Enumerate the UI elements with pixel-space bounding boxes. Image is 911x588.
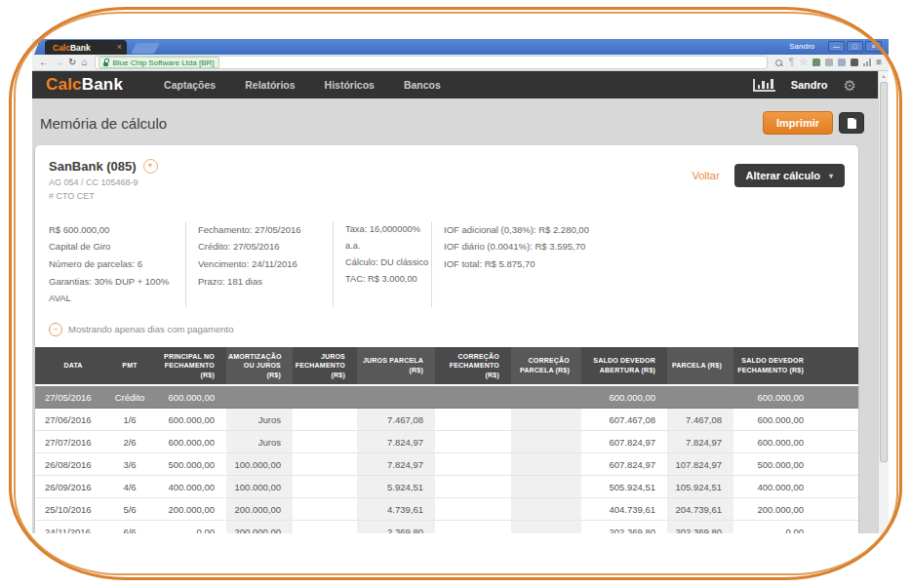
collapse-toggle-icon[interactable]: ▾ [143, 159, 158, 174]
table-row[interactable]: 24/11/20166/60,00200.000,002.369,80202.3… [35, 521, 858, 534]
table-cell: 204.739,61 [667, 498, 733, 521]
back-link[interactable]: Voltar [692, 170, 719, 181]
detail-line: Número de parcelas: 6 [49, 255, 185, 273]
table-cell: 26/08/2016 [35, 453, 111, 476]
table-cell: 4/6 [111, 476, 148, 498]
table-cell [511, 498, 581, 521]
ev-certificate-badge[interactable]: Blue Chip Software Ltda [BR] [99, 57, 218, 68]
forward-icon[interactable]: → [54, 58, 63, 67]
table-cell [511, 385, 581, 409]
extension-icon[interactable] [825, 59, 833, 66]
search-icon[interactable] [775, 59, 782, 66]
new-tab-button[interactable] [131, 43, 160, 54]
table-row[interactable]: 27/07/20162/6600.000,00Juros7.824,97607.… [35, 431, 858, 453]
address-bar[interactable]: Blue Chip Software Ltda [BR] [95, 56, 767, 69]
navbar-right: Sandro ⚙ [753, 71, 856, 98]
card-header: SanBank (085) ▾ AG 054 / CC 105468-9 # C… [35, 145, 858, 210]
table-cell: 600.000,00 [733, 385, 858, 409]
table-cell [293, 476, 357, 498]
table-cell: 105.924,51 [667, 476, 733, 498]
table-cell [226, 385, 293, 409]
menu-icon[interactable]: ≡ [876, 58, 882, 67]
navbar-user-label[interactable]: Sandro [791, 79, 828, 91]
bar-chart-icon[interactable] [753, 79, 775, 92]
browser-tab[interactable]: CalcBank × [45, 40, 127, 55]
table-cell: 400.000,00 [148, 476, 226, 498]
table-cell [511, 431, 581, 453]
table-cell [511, 476, 581, 498]
table-cell: 505.924,51 [581, 476, 667, 498]
column-header: JUROS PARCELA (R$) [357, 347, 435, 385]
table-body: 27/05/2016Crédito600.000,00600.000,00600… [35, 385, 858, 533]
detail-line: Fechamento: 27/05/2016 [198, 221, 333, 239]
refresh-icon[interactable]: ↻ [68, 58, 76, 67]
contract-label: # CTO CET [49, 190, 158, 204]
table-cell [435, 409, 511, 431]
details-column-iof: IOF adicional (0,38%): R$ 2.280,00IOF di… [431, 221, 845, 307]
extension-icon[interactable] [812, 59, 820, 66]
column-header: AMORTIZAÇÃO OU JUROS (R$) [226, 347, 293, 385]
table-cell: 600.000,00 [733, 431, 858, 453]
table-cell: 25/10/2016 [35, 498, 111, 521]
detail-line: IOF total: R$ 5.875,70 [444, 255, 845, 273]
change-calculation-button[interactable]: Alterar cálculo ▾ [734, 164, 845, 187]
nav-item-captações[interactable]: Captações [164, 79, 216, 91]
close-button[interactable]: × [865, 41, 882, 52]
details-column-rates: Taxa: 16,000000% a.a.Cálculo: DU clássic… [333, 221, 431, 307]
restore-button[interactable]: □ [847, 41, 863, 52]
signal-bars-icon[interactable] [863, 59, 871, 66]
scrollbar[interactable]: ▲ [878, 71, 889, 533]
table-cell [511, 409, 581, 431]
star-bookmark-icon[interactable]: ☆ [799, 58, 808, 67]
browser-titlebar: CalcBank × Sandro — □ × [32, 39, 889, 55]
table-row[interactable]: 27/06/20161/6600.000,00Juros7.467,08607.… [35, 409, 858, 431]
table-cell: 1/6 [111, 409, 148, 431]
window-corner [32, 39, 45, 55]
table-row[interactable]: 25/10/20165/6200.000,00200.000,004.739,6… [35, 498, 858, 521]
table-cell: 107.824,97 [667, 453, 733, 476]
table-cell: 600.000,00 [733, 409, 858, 431]
table-row[interactable]: 27/05/2016Crédito600.000,00600.000,00600… [35, 385, 858, 409]
table-header-row: DATAPMTPRINCIPAL NO FECHAMENTO (R$)AMORT… [35, 347, 858, 385]
table-cell: 200.000,00 [226, 498, 293, 521]
key-icon[interactable]: ¶ [789, 58, 794, 67]
table-cell: 2.369,80 [357, 521, 435, 534]
scrollbar-thumb[interactable] [880, 82, 888, 462]
page-body: Memória de cálculo Imprimir SanBank (085… [32, 98, 878, 533]
calculation-card: SanBank (085) ▾ AG 054 / CC 105468-9 # C… [35, 145, 858, 533]
page-header: Memória de cálculo Imprimir [32, 98, 878, 145]
copy-button[interactable] [839, 112, 864, 134]
column-header: SALDO DEVEDOR FECHAMENTO (R$) [733, 347, 858, 385]
circle-minus-icon[interactable]: − [49, 323, 62, 336]
extension-icon[interactable] [838, 59, 846, 66]
table-cell: 7.824,97 [357, 453, 435, 476]
nav-item-históricos[interactable]: Históricos [325, 79, 375, 91]
tab-close-icon[interactable]: × [117, 43, 122, 52]
table-cell: 27/06/2016 [35, 409, 111, 431]
table-row[interactable]: 26/08/20163/6500.000,00100.000,007.824,9… [35, 453, 858, 476]
titlebar-user-label: Sandro [789, 42, 814, 51]
table-cell [293, 521, 357, 534]
extension-icon[interactable] [851, 59, 858, 66]
table-cell: 200.000,00 [733, 498, 858, 521]
print-button[interactable]: Imprimir [763, 111, 833, 135]
bank-name: SanBank (085) [49, 159, 137, 174]
detail-line: Prazo: 181 dias [198, 273, 333, 291]
payment-schedule-table: DATAPMTPRINCIPAL NO FECHAMENTO (R$)AMORT… [35, 347, 858, 533]
table-cell: Juros [226, 431, 293, 453]
gear-icon[interactable]: ⚙ [844, 78, 856, 93]
table-cell: 404.739,61 [581, 498, 667, 521]
nav-item-bancos[interactable]: Bancos [404, 79, 441, 91]
back-icon[interactable]: ← [39, 58, 49, 67]
table-row[interactable]: 26/09/20164/6400.000,00100.000,005.924,5… [35, 476, 858, 498]
scrollbar-up-arrow-icon[interactable]: ▲ [879, 71, 889, 81]
table-cell: 7.824,97 [667, 431, 733, 453]
calcbank-logo[interactable]: CalcBank [46, 75, 123, 95]
nav-item-relatórios[interactable]: Relatórios [245, 79, 295, 91]
table-cell [293, 385, 357, 409]
minimize-button[interactable]: — [828, 41, 845, 52]
table-cell [293, 431, 357, 453]
home-icon[interactable]: ⌂ [81, 58, 87, 67]
table-cell: 600.000,00 [581, 385, 667, 409]
table-cell: 5.924,51 [357, 476, 435, 498]
